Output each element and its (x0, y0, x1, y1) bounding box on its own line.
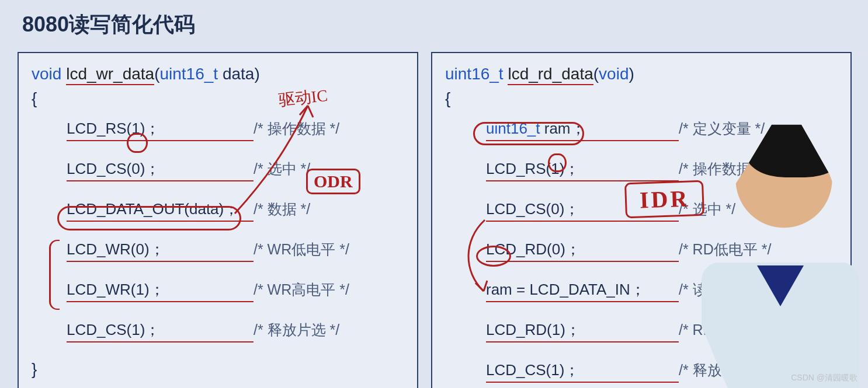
comment: /* WR高电平 */ (254, 280, 349, 299)
code-line: LCD_WR(0)；/* WR低电平 */ (67, 239, 404, 262)
stmt: LCD_RS(1)； (67, 118, 254, 141)
comment: /* 定义变量 */ (679, 119, 765, 138)
code-body-write: LCD_RS(1)；/* 操作数据 */ LCD_CS(0)；/* 选中 */ … (32, 118, 404, 342)
fn-signature-write: void lcd_wr_data(uint16_t data) (32, 64, 404, 85)
comment: /* 释放片选 */ (254, 320, 339, 340)
stmt: LCD_RD(0)； (486, 239, 679, 262)
code-line: LCD_RS(1)；/* 操作数据 */ (67, 118, 404, 141)
stmt: LCD_WR(1)； (67, 279, 254, 302)
ret-type: void (32, 65, 61, 83)
code-line: LCD_DATA_OUT(data)；/* 数据 */ (67, 199, 404, 222)
fn-signature-read: uint16_t lcd_rd_data(void) (445, 64, 838, 85)
stmt: uint16_t ram； (486, 118, 679, 141)
watermark: CSDN @清园暖歌 (791, 373, 857, 383)
slide-title: 8080读写简化代码 (18, 11, 850, 39)
close-brace: } (32, 360, 404, 379)
stmt: LCD_WR(0)； (67, 239, 254, 262)
param-void: void (599, 65, 629, 83)
open-brace: { (445, 89, 838, 108)
param-name: data (223, 65, 255, 83)
stmt: LCD_DATA_OUT(data)； (67, 199, 254, 222)
ret-type: uint16_t (445, 65, 504, 83)
code-line: LCD_CS(0)；/* 选中 */ (67, 159, 404, 181)
comment: /* 数据 */ (254, 200, 310, 219)
panel-write: void lcd_wr_data(uint16_t data) { LCD_RS… (18, 52, 418, 388)
stmt: LCD_CS(0)； (486, 199, 679, 222)
stmt: LCD_CS(0)； (67, 159, 254, 181)
comment: /* 选中 */ (254, 159, 310, 179)
fn-name: lcd_rd_data (508, 65, 593, 85)
stmt: LCD_RD(1)； (486, 320, 679, 342)
comment: /* WR低电平 */ (254, 240, 349, 259)
code-line: LCD_CS(1)；/* 释放片选 */ (67, 320, 404, 342)
stmt: LCD_RS(1)； (486, 159, 679, 181)
stmt: LCD_CS(1)； (67, 320, 254, 342)
param-type: uint16_t (159, 65, 218, 83)
open-brace: { (32, 89, 404, 108)
stmt: ram = LCD_DATA_IN； (486, 279, 679, 302)
comment: /* 操作数据 */ (254, 119, 339, 138)
stmt: LCD_CS(1)； (486, 360, 679, 383)
fn-name: lcd_wr_data (66, 65, 154, 85)
code-line: LCD_WR(1)；/* WR高电平 */ (67, 279, 404, 302)
